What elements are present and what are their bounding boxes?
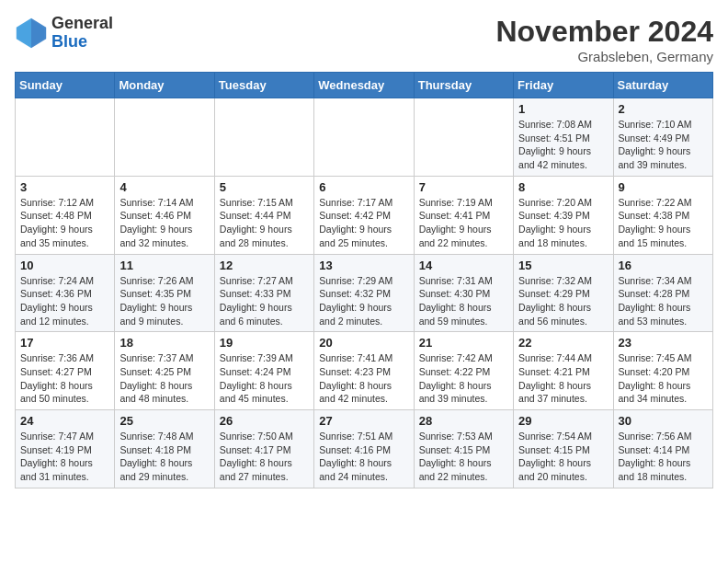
day-info: Sunrise: 7:26 AMSunset: 4:35 PMDaylight:… [119, 274, 209, 328]
month-title: November 2024 [495, 15, 713, 49]
day-number: 7 [419, 180, 508, 194]
day-info: Sunrise: 7:08 AMSunset: 4:51 PMDaylight:… [518, 118, 608, 172]
day-number: 21 [419, 336, 508, 350]
calendar-cell: 25Sunrise: 7:48 AMSunset: 4:18 PMDayligh… [115, 410, 214, 488]
calendar-cell: 27Sunrise: 7:51 AMSunset: 4:16 PMDayligh… [314, 410, 414, 488]
day-number: 4 [119, 180, 209, 194]
day-number: 28 [419, 414, 508, 428]
logo-icon [15, 17, 48, 50]
day-info: Sunrise: 7:20 AMSunset: 4:39 PMDaylight:… [518, 196, 608, 250]
day-number: 1 [518, 102, 608, 116]
day-info: Sunrise: 7:51 AMSunset: 4:16 PMDaylight:… [319, 430, 408, 484]
day-number: 27 [319, 414, 408, 428]
day-info: Sunrise: 7:39 AMSunset: 4:24 PMDaylight:… [220, 351, 309, 406]
calendar-cell: 7Sunrise: 7:19 AMSunset: 4:41 PMDaylight… [414, 176, 513, 254]
day-number: 8 [518, 180, 608, 194]
calendar-cell [16, 98, 115, 177]
day-info: Sunrise: 7:27 AMSunset: 4:33 PMDaylight:… [220, 274, 309, 328]
day-info: Sunrise: 7:37 AMSunset: 4:25 PMDaylight:… [119, 351, 209, 406]
day-info: Sunrise: 7:31 AMSunset: 4:30 PMDaylight:… [419, 274, 508, 328]
calendar-cell: 14Sunrise: 7:31 AMSunset: 4:30 PMDayligh… [414, 254, 513, 332]
day-number: 19 [220, 336, 309, 350]
day-info: Sunrise: 7:36 AMSunset: 4:27 PMDaylight:… [20, 351, 109, 406]
title-block: November 2024 Grabsleben, Germany [495, 15, 713, 64]
day-number: 20 [319, 336, 408, 350]
day-number: 17 [20, 336, 109, 350]
day-info: Sunrise: 7:45 AMSunset: 4:20 PMDaylight:… [619, 351, 708, 406]
day-number: 25 [119, 414, 209, 428]
day-number: 5 [220, 180, 309, 194]
day-number: 29 [518, 414, 608, 428]
calendar-cell [214, 98, 313, 177]
week-row-1: 1Sunrise: 7:08 AMSunset: 4:51 PMDaylight… [16, 98, 713, 177]
calendar-cell [314, 98, 414, 177]
day-info: Sunrise: 7:29 AMSunset: 4:32 PMDaylight:… [319, 274, 408, 328]
day-info: Sunrise: 7:10 AMSunset: 4:49 PMDaylight:… [619, 118, 708, 172]
day-info: Sunrise: 7:54 AMSunset: 4:15 PMDaylight:… [518, 430, 608, 484]
day-number: 16 [619, 259, 708, 272]
header-friday: Friday [514, 73, 613, 98]
day-info: Sunrise: 7:44 AMSunset: 4:21 PMDaylight:… [518, 351, 608, 406]
calendar-cell: 24Sunrise: 7:47 AMSunset: 4:19 PMDayligh… [16, 410, 115, 488]
week-row-5: 24Sunrise: 7:47 AMSunset: 4:19 PMDayligh… [16, 410, 713, 488]
day-number: 13 [319, 259, 408, 272]
calendar-cell: 4Sunrise: 7:14 AMSunset: 4:46 PMDaylight… [115, 176, 214, 254]
calendar-cell: 2Sunrise: 7:10 AMSunset: 4:49 PMDaylight… [613, 98, 712, 177]
day-number: 15 [518, 259, 608, 272]
day-number: 2 [619, 102, 708, 116]
calendar-cell: 16Sunrise: 7:34 AMSunset: 4:28 PMDayligh… [613, 254, 712, 332]
day-number: 6 [319, 180, 408, 194]
calendar-cell: 11Sunrise: 7:26 AMSunset: 4:35 PMDayligh… [115, 254, 214, 332]
day-number: 11 [119, 259, 209, 272]
calendar-cell: 19Sunrise: 7:39 AMSunset: 4:24 PMDayligh… [214, 332, 313, 410]
calendar-header: SundayMondayTuesdayWednesdayThursdayFrid… [16, 73, 713, 98]
header-sunday: Sunday [16, 73, 115, 98]
calendar-cell: 3Sunrise: 7:12 AMSunset: 4:48 PMDaylight… [16, 176, 115, 254]
calendar-cell: 10Sunrise: 7:24 AMSunset: 4:36 PMDayligh… [16, 254, 115, 332]
header-saturday: Saturday [613, 73, 712, 98]
calendar-cell: 26Sunrise: 7:50 AMSunset: 4:17 PMDayligh… [214, 410, 313, 488]
day-number: 22 [518, 336, 608, 350]
day-info: Sunrise: 7:53 AMSunset: 4:15 PMDaylight:… [419, 430, 508, 484]
day-info: Sunrise: 7:14 AMSunset: 4:46 PMDaylight:… [119, 196, 209, 250]
calendar-cell: 13Sunrise: 7:29 AMSunset: 4:32 PMDayligh… [314, 254, 414, 332]
calendar-cell: 28Sunrise: 7:53 AMSunset: 4:15 PMDayligh… [414, 410, 513, 488]
header-row: SundayMondayTuesdayWednesdayThursdayFrid… [16, 73, 713, 98]
day-number: 12 [220, 259, 309, 272]
calendar-cell: 9Sunrise: 7:22 AMSunset: 4:38 PMDaylight… [613, 176, 712, 254]
header-wednesday: Wednesday [314, 73, 414, 98]
day-number: 23 [619, 336, 708, 350]
day-info: Sunrise: 7:19 AMSunset: 4:41 PMDaylight:… [419, 196, 508, 250]
header-monday: Monday [115, 73, 214, 98]
calendar-cell: 6Sunrise: 7:17 AMSunset: 4:42 PMDaylight… [314, 176, 414, 254]
day-number: 24 [20, 414, 109, 428]
calendar-table: SundayMondayTuesdayWednesdayThursdayFrid… [15, 72, 713, 488]
calendar-cell: 15Sunrise: 7:32 AMSunset: 4:29 PMDayligh… [514, 254, 613, 332]
day-number: 18 [119, 336, 209, 350]
day-info: Sunrise: 7:32 AMSunset: 4:29 PMDaylight:… [518, 274, 608, 328]
calendar-cell: 12Sunrise: 7:27 AMSunset: 4:33 PMDayligh… [214, 254, 313, 332]
day-number: 9 [619, 180, 708, 194]
calendar-cell: 1Sunrise: 7:08 AMSunset: 4:51 PMDaylight… [514, 98, 613, 177]
day-info: Sunrise: 7:15 AMSunset: 4:44 PMDaylight:… [220, 196, 309, 250]
header-thursday: Thursday [414, 73, 513, 98]
logo-text: General Blue [51, 15, 113, 52]
day-info: Sunrise: 7:17 AMSunset: 4:42 PMDaylight:… [319, 196, 408, 250]
week-row-4: 17Sunrise: 7:36 AMSunset: 4:27 PMDayligh… [16, 332, 713, 410]
day-info: Sunrise: 7:42 AMSunset: 4:22 PMDaylight:… [419, 351, 508, 406]
day-number: 26 [220, 414, 309, 428]
page-header: General Blue November 2024 Grabsleben, G… [15, 15, 713, 64]
day-info: Sunrise: 7:24 AMSunset: 4:36 PMDaylight:… [20, 274, 109, 328]
day-number: 10 [20, 259, 109, 272]
day-info: Sunrise: 7:47 AMSunset: 4:19 PMDaylight:… [20, 430, 109, 484]
calendar-cell [414, 98, 513, 177]
svg-marker-2 [17, 18, 31, 48]
day-info: Sunrise: 7:34 AMSunset: 4:28 PMDaylight:… [619, 274, 708, 328]
day-info: Sunrise: 7:12 AMSunset: 4:48 PMDaylight:… [20, 196, 109, 250]
week-row-2: 3Sunrise: 7:12 AMSunset: 4:48 PMDaylight… [16, 176, 713, 254]
day-info: Sunrise: 7:56 AMSunset: 4:14 PMDaylight:… [619, 430, 708, 484]
calendar-cell [115, 98, 214, 177]
calendar-cell: 29Sunrise: 7:54 AMSunset: 4:15 PMDayligh… [514, 410, 613, 488]
calendar-cell: 5Sunrise: 7:15 AMSunset: 4:44 PMDaylight… [214, 176, 313, 254]
calendar-cell: 21Sunrise: 7:42 AMSunset: 4:22 PMDayligh… [414, 332, 513, 410]
